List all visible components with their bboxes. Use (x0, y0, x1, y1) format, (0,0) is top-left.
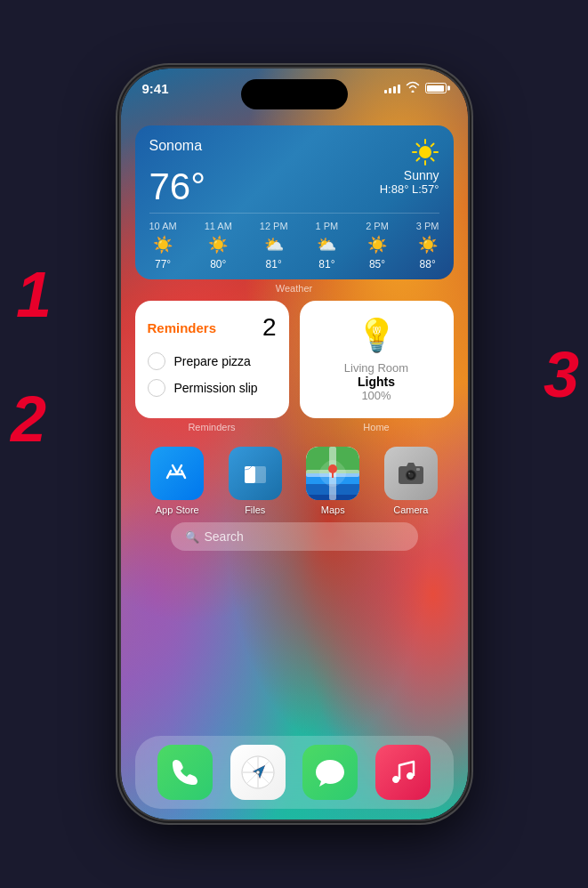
svg-point-22 (408, 472, 410, 474)
weather-hour-2pm-time: 2 PM (366, 221, 389, 231)
label-1: 1 (16, 258, 52, 331)
weather-top: Sonoma (149, 138, 439, 166)
weather-hour-12pm-icon: ⛅ (264, 235, 284, 254)
signal-bar-3 (393, 86, 396, 93)
reminder-checkbox-2[interactable] (148, 379, 165, 397)
weather-widget[interactable]: Sonoma 76° (135, 125, 454, 279)
reminders-header: Reminders 2 (148, 313, 277, 342)
svg-line-7 (431, 144, 433, 147)
music-icon (387, 756, 419, 788)
weather-hourly: 10 AM ☀️ 77° 11 AM ☀️ 80° 12 PM ⛅ 81° (149, 213, 439, 270)
reminders-title: Reminders (148, 320, 217, 335)
appstore-svg-icon (162, 458, 192, 488)
app-item-appstore[interactable]: App Store (150, 447, 204, 515)
reminder-item-1[interactable]: Prepare pizza (148, 352, 277, 370)
dock-safari[interactable] (230, 745, 286, 800)
home-light-icon: 💡 (357, 317, 397, 354)
dock (135, 736, 454, 809)
home-widget-label: Home (300, 422, 454, 432)
weather-hour-3pm-icon: ☀️ (418, 235, 438, 254)
weather-city: Sonoma (149, 138, 203, 154)
content-area: Sonoma 76° (121, 117, 468, 819)
weather-hour-2pm-icon: ☀️ (367, 235, 387, 254)
weather-high: H:88° L:57° (380, 182, 439, 196)
weather-hour-11am: 11 AM ☀️ 80° (205, 221, 232, 270)
weather-temperature: 76° (149, 168, 206, 206)
wifi-icon (406, 81, 420, 95)
weather-hour-11am-temp: 80° (210, 258, 226, 270)
home-widget[interactable]: 💡 Living Room Lights 100% (300, 301, 454, 418)
weather-hour-12pm: 12 PM ⛅ 81° (260, 221, 288, 270)
app-item-files[interactable]: Files (229, 447, 282, 515)
status-time: 9:41 (142, 81, 169, 96)
app-label-files: Files (245, 505, 265, 515)
weather-hour-1pm-temp: 81° (318, 258, 334, 270)
reminder-item-2[interactable]: Permission slip (148, 379, 277, 397)
app-icon-files[interactable] (229, 447, 282, 500)
app-label-maps: Maps (321, 505, 345, 515)
svg-point-32 (256, 771, 260, 774)
search-bar[interactable]: 🔍 Search (171, 522, 418, 551)
widget-row: Reminders 2 Prepare pizza Permission sli… (135, 301, 454, 418)
weather-hour-3pm-temp: 88° (420, 258, 436, 270)
signal-bar-4 (398, 85, 400, 93)
signal-bars-icon (384, 83, 400, 93)
svg-rect-23 (416, 468, 420, 471)
label-3: 3 (544, 338, 579, 411)
reminder-checkbox-1[interactable] (148, 352, 165, 370)
battery-fill (427, 85, 444, 92)
reminders-count: 2 (262, 313, 277, 342)
app-icon-maps[interactable] (306, 447, 359, 500)
home-device: Lights (358, 375, 395, 389)
reminders-widget[interactable]: Reminders 2 Prepare pizza Permission sli… (135, 301, 289, 418)
phone-icon (169, 756, 201, 788)
weather-condition-main: Sunny (380, 168, 439, 182)
widget-labels-row: Reminders Home (135, 422, 454, 432)
dock-phone[interactable] (157, 745, 213, 800)
weather-temp-row: 76° Sunny H:88° L:57° (149, 168, 439, 206)
search-text: Search (205, 529, 244, 544)
phone-frame: 9:41 (121, 69, 468, 819)
messages-icon (314, 756, 346, 788)
weather-hour-10am-icon: ☀️ (153, 235, 173, 254)
weather-conditions: Sunny H:88° L:57° (380, 168, 439, 196)
files-svg-icon (240, 458, 270, 488)
weather-widget-label: Weather (135, 283, 454, 294)
reminder-text-2: Permission slip (174, 381, 258, 395)
dock-music[interactable] (375, 745, 431, 800)
camera-svg-icon (396, 458, 426, 488)
safari-icon (240, 755, 276, 790)
weather-hour-12pm-time: 12 PM (260, 221, 288, 231)
weather-hour-2pm: 2 PM ☀️ 85° (366, 221, 389, 270)
reminders-widget-label: Reminders (135, 422, 289, 432)
dock-messages[interactable] (302, 745, 358, 800)
app-row: App Store Files (135, 447, 454, 515)
screen: 9:41 (121, 69, 468, 819)
maps-svg-icon (306, 447, 359, 500)
reminder-text-1: Prepare pizza (174, 354, 251, 368)
app-icon-camera[interactable] (384, 447, 438, 500)
app-item-camera[interactable]: Camera (384, 447, 438, 515)
home-level: 100% (361, 389, 391, 402)
weather-hour-2pm-temp: 85° (369, 258, 385, 270)
svg-line-5 (416, 144, 419, 147)
weather-hour-1pm-icon: ⛅ (317, 235, 336, 254)
weather-hour-10am-temp: 77° (155, 258, 171, 270)
weather-hour-3pm: 3 PM ☀️ 88° (416, 221, 439, 270)
signal-bar-1 (384, 90, 387, 93)
status-icons (384, 81, 447, 95)
weather-hour-10am-time: 10 AM (149, 221, 177, 231)
signal-bar-2 (389, 88, 391, 93)
app-label-camera: Camera (393, 505, 428, 515)
svg-point-0 (419, 146, 431, 158)
app-icon-appstore[interactable] (150, 447, 204, 500)
weather-hour-11am-icon: ☀️ (208, 235, 228, 254)
search-icon: 🔍 (185, 530, 199, 544)
weather-hour-1pm-time: 1 PM (316, 221, 339, 231)
weather-hour-10am: 10 AM ☀️ 77° (149, 221, 177, 270)
home-room: Living Room (344, 361, 408, 375)
weather-hour-1pm: 1 PM ⛅ 81° (316, 221, 339, 270)
svg-line-8 (416, 158, 419, 161)
battery-icon (425, 83, 447, 93)
app-item-maps[interactable]: Maps (306, 447, 359, 515)
